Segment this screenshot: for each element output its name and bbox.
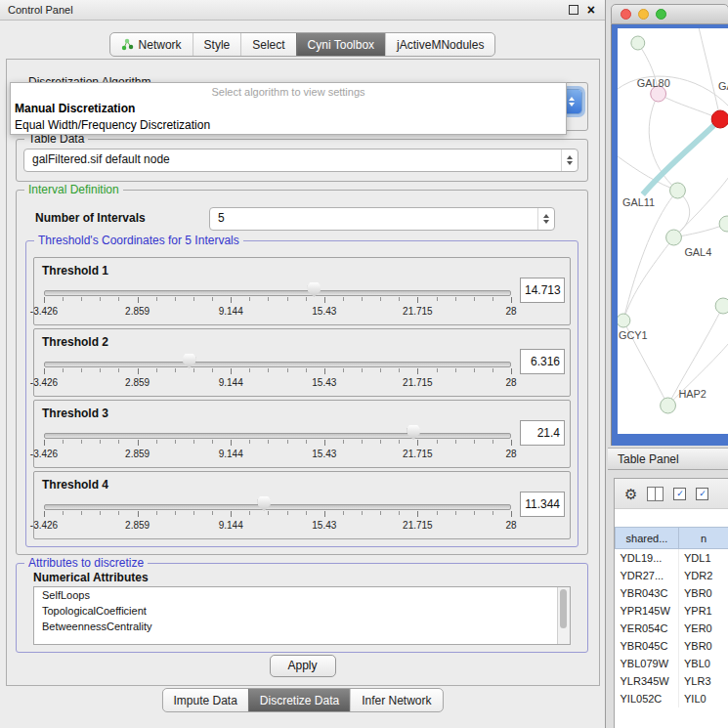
table-toolbar: ⚙ ✓ ✓ xyxy=(615,479,728,509)
table-data-combobox[interactable]: galFiltered.sif default node xyxy=(23,149,578,172)
tick-mark xyxy=(156,511,157,515)
table-row[interactable]: YDR27...YDR2 xyxy=(616,567,728,584)
tick-mark xyxy=(100,511,101,515)
threshold-3-value-field[interactable]: 21.4 xyxy=(520,420,565,446)
tab-infer-network[interactable]: Infer Network xyxy=(350,689,442,711)
network-edge[interactable] xyxy=(699,28,720,119)
threshold-3-slider[interactable]: -3.4262.8599.14415.4321.71528 xyxy=(44,424,511,463)
network-node[interactable] xyxy=(711,110,728,128)
number-of-intervals-combobox[interactable]: 5 xyxy=(209,207,555,231)
slider-scale: -3.4262.8599.14415.4321.71528 xyxy=(44,306,511,318)
tick-mark xyxy=(193,440,194,444)
combo-stepper-icon[interactable] xyxy=(561,150,578,171)
network-node[interactable] xyxy=(670,183,686,198)
table-cell[interactable]: YDL19... xyxy=(616,549,679,568)
tab-discretize-data[interactable]: Discretize Data xyxy=(248,689,350,711)
slider-track[interactable] xyxy=(44,504,511,510)
combo-stepper-icon[interactable] xyxy=(537,208,554,230)
tick-mark xyxy=(324,297,325,303)
table-cell[interactable]: YIL052C xyxy=(616,690,679,707)
dropdown-option-equal-width-frequency[interactable]: Equal Width/Frequency Discretization xyxy=(11,117,566,134)
slider-track[interactable] xyxy=(44,433,511,439)
close-window-icon[interactable]: × xyxy=(587,3,595,17)
network-node[interactable] xyxy=(666,230,682,245)
settings-gear-icon[interactable]: ⚙ xyxy=(624,487,637,501)
tick-mark xyxy=(399,297,400,301)
numerical-attributes-label: Numerical Attributes xyxy=(33,571,149,584)
threshold-4-slider[interactable]: -3.4262.8599.14415.4321.71528 xyxy=(44,495,511,535)
table-row[interactable]: YIL052CYIL0 xyxy=(616,690,728,707)
table-cell[interactable]: YLR345W xyxy=(616,672,679,690)
table-row[interactable]: YDL19...YDL1 xyxy=(616,549,728,568)
slider-track[interactable] xyxy=(44,362,511,367)
table-row[interactable]: YLR345WYLR3 xyxy=(616,672,728,690)
table-cell[interactable]: YDR27... xyxy=(616,567,679,584)
table-cell[interactable]: YLR3 xyxy=(679,672,728,690)
network-node[interactable] xyxy=(631,36,645,50)
close-traffic-light-icon[interactable] xyxy=(621,9,631,20)
zoom-traffic-light-icon[interactable] xyxy=(656,9,666,20)
network-node[interactable] xyxy=(661,398,676,413)
threshold-2-value-field[interactable]: 6.316 xyxy=(520,349,565,374)
column-header-name[interactable]: n xyxy=(679,528,728,549)
table-row[interactable]: YER054CYER0 xyxy=(616,620,728,637)
tick-mark xyxy=(399,440,400,444)
list-scrollbar[interactable] xyxy=(557,587,570,644)
threshold-1-value-field[interactable]: 14.713 xyxy=(520,278,565,303)
slider-track[interactable] xyxy=(44,290,511,296)
list-item[interactable]: SelfLoops xyxy=(34,587,570,603)
table-cell[interactable]: YBR0 xyxy=(679,584,728,602)
tab-cyni-toolbox[interactable]: Cyni Toolbox xyxy=(296,33,385,56)
select-checkbox-icon[interactable]: ✓ xyxy=(696,488,708,500)
threshold-1-slider[interactable]: -3.4262.8599.14415.4321.71528 xyxy=(44,281,511,321)
tab-network[interactable]: Network xyxy=(110,33,193,56)
threshold-4-value-field[interactable]: 11.344 xyxy=(520,492,565,517)
table-cell[interactable]: YBR0 xyxy=(679,637,728,655)
table-row[interactable]: YBL079WYBL0 xyxy=(616,655,728,672)
table-cell[interactable]: YBR045C xyxy=(616,637,679,655)
table-row[interactable]: YBR045CYBR0 xyxy=(616,637,728,655)
table-cell[interactable]: YDR2 xyxy=(679,567,728,584)
table-cell[interactable]: YPR1 xyxy=(679,602,728,620)
network-node[interactable] xyxy=(618,314,630,327)
scale-label: 15.43 xyxy=(312,449,336,459)
column-header-shared-name[interactable]: shared... xyxy=(616,528,679,549)
network-node[interactable] xyxy=(719,216,728,232)
network-edge[interactable] xyxy=(659,94,720,119)
dropdown-option-manual-discretization[interactable]: Manual Discretization xyxy=(11,101,566,117)
network-node[interactable] xyxy=(715,298,728,314)
table-cell[interactable]: YDL1 xyxy=(679,549,728,568)
tick-mark xyxy=(306,440,307,444)
tick-mark xyxy=(417,511,418,517)
float-window-icon[interactable] xyxy=(569,5,578,15)
numerical-attributes-list[interactable]: SelfLoops TopologicalCoefficient Between… xyxy=(33,586,571,645)
table-cell[interactable]: YPR145W xyxy=(616,602,679,620)
window-title: Control Panel xyxy=(8,4,73,16)
table-row[interactable]: YBR043CYBR0 xyxy=(616,584,728,602)
scrollbar-thumb[interactable] xyxy=(560,589,567,628)
threshold-2-slider[interactable]: -3.4262.8599.14415.4321.71528 xyxy=(44,353,511,392)
network-edge[interactable] xyxy=(623,237,674,321)
select-checkbox-icon[interactable]: ✓ xyxy=(673,488,686,500)
table-cell[interactable]: YIL0 xyxy=(679,690,728,707)
list-item[interactable]: TopologicalCoefficient xyxy=(34,603,570,619)
table-cell[interactable]: YBL079W xyxy=(616,655,679,672)
threshold-2-panel: Threshold 2 6.316 -3.4262.8599.14415.432… xyxy=(33,328,571,397)
tick-mark xyxy=(249,511,250,515)
tab-style[interactable]: Style xyxy=(193,33,241,56)
table-cell[interactable]: YBR043C xyxy=(616,584,679,602)
list-item[interactable]: BetweennessCentrality xyxy=(34,619,570,634)
minimize-traffic-light-icon[interactable] xyxy=(638,9,649,20)
tab-jactivemnodules[interactable]: jActiveMNodules xyxy=(385,33,494,56)
network-edge[interactable] xyxy=(643,119,720,194)
table-cell[interactable]: YER0 xyxy=(679,620,728,637)
tab-impute-data[interactable]: Impute Data xyxy=(162,689,247,711)
table-row[interactable]: YPR145WYPR1 xyxy=(616,602,728,620)
tick-mark xyxy=(455,440,456,444)
apply-button[interactable]: Apply xyxy=(270,655,336,677)
network-canvas[interactable]: GAL80GAGAL11GAL4GCY1HAP2 xyxy=(618,28,728,434)
columns-icon[interactable] xyxy=(647,487,664,501)
tab-select[interactable]: Select xyxy=(240,33,295,56)
table-cell[interactable]: YBL0 xyxy=(679,655,728,672)
table-cell[interactable]: YER054C xyxy=(616,620,679,637)
